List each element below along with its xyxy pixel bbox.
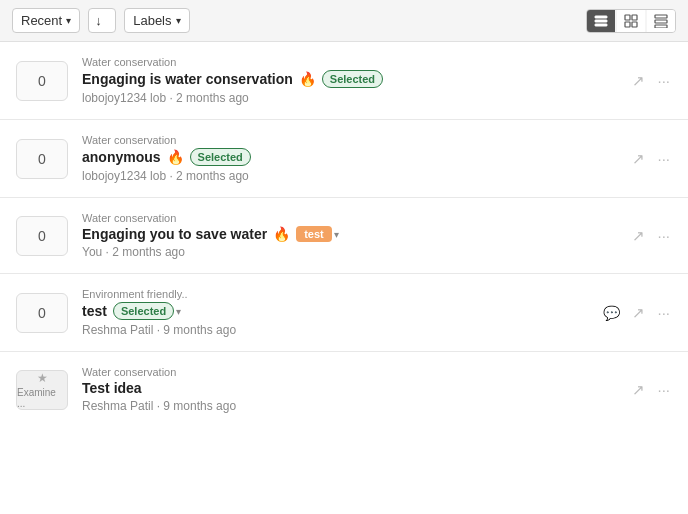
selected-badge: Selected [113,302,174,320]
item-category: Environment friendly.. [82,288,587,300]
more-icon[interactable]: ··· [655,302,672,323]
svg-rect-9 [655,25,667,28]
item-meta: Reshma Patil · 9 months ago [82,399,616,413]
item-actions: ↗ ··· [630,148,672,170]
sort-desc-icon: ↓ [95,13,102,28]
item-meta: lobojoy1234 lob · 2 months ago [82,91,616,105]
item-title: test [82,303,107,319]
fire-icon: 🔥 [167,149,184,165]
svg-rect-8 [655,20,667,23]
selected-badge: Selected [322,70,383,88]
vote-count[interactable]: 0 [16,139,68,179]
item-actions: 💬 ↗ ··· [601,302,672,324]
item-content: Water conservation Test idea Reshma Pati… [82,366,616,413]
item-content: Environment friendly.. test Selected ▾ R… [82,288,587,337]
label-dropdown: Selected ▾ [113,302,181,320]
share-icon[interactable]: ↗ [630,148,647,170]
vote-number: 0 [38,151,46,167]
item-category: Water conservation [82,56,616,68]
label-dropdown-arrow[interactable]: ▾ [176,306,181,317]
svg-rect-1 [595,20,607,22]
more-icon[interactable]: ··· [655,70,672,91]
item-content: Water conservation Engaging is water con… [82,56,616,105]
svg-rect-6 [632,22,637,27]
fire-icon: 🔥 [273,226,290,242]
item-category: Water conservation [82,212,616,224]
item-title: Engaging is water conservation [82,71,293,87]
selected-badge: Selected [190,148,251,166]
star-icon: ★ [37,371,48,385]
vote-count[interactable]: 0 [16,293,68,333]
list-item: 0 Water conservation Engaging you to sav… [0,198,688,274]
ideas-list: 0 Water conservation Engaging is water c… [0,42,688,427]
examine-label: Examine ... [17,387,67,409]
chevron-down-icon: ▾ [66,15,71,26]
item-category: Water conservation [82,134,616,146]
item-title: Engaging you to save water [82,226,267,242]
more-icon[interactable]: ··· [655,148,672,169]
item-actions: ↗ ··· [630,225,672,247]
test-label-badge: test [296,226,332,242]
item-meta: Reshma Patil · 9 months ago [82,323,587,337]
more-icon[interactable]: ··· [655,225,672,246]
svg-rect-5 [625,22,630,27]
list-item: 0 Water conservation anonymous 🔥 Selecte… [0,120,688,198]
vote-examine[interactable]: ★ Examine ... [16,370,68,410]
labels-button[interactable]: Labels ▾ [124,8,189,33]
item-actions: ↗ ··· [630,379,672,401]
recent-sort-button[interactable]: Recent ▾ [12,8,80,33]
view-toggle [586,9,676,33]
item-title: Test idea [82,380,142,396]
vote-number: 0 [38,228,46,244]
vote-count[interactable]: 0 [16,61,68,101]
list-item: 0 Environment friendly.. test Selected ▾… [0,274,688,352]
fire-icon: 🔥 [299,71,316,87]
chevron-down-icon: ▾ [176,15,181,26]
toolbar: Recent ▾ ↓ Labels ▾ [0,0,688,42]
list-item: ★ Examine ... Water conservation Test id… [0,352,688,427]
label-dropdown: test ▾ [296,226,339,242]
svg-rect-7 [655,15,667,18]
share-icon[interactable]: ↗ [630,225,647,247]
share-icon[interactable]: ↗ [630,70,647,92]
vote-count[interactable]: 0 [16,216,68,256]
labels-label: Labels [133,13,171,28]
svg-rect-0 [595,16,607,18]
recent-label: Recent [21,13,62,28]
share-icon[interactable]: ↗ [630,379,647,401]
sort-desc-button[interactable]: ↓ [88,8,116,33]
label-dropdown-arrow[interactable]: ▾ [334,229,339,240]
compact-view-button[interactable] [647,10,675,32]
vote-number: 0 [38,73,46,89]
item-category: Water conservation [82,366,616,378]
more-icon[interactable]: ··· [655,379,672,400]
item-title-row: Engaging you to save water 🔥 test ▾ [82,226,616,242]
vote-number: 0 [38,305,46,321]
item-title-row: Engaging is water conservation 🔥 Selecte… [82,70,616,88]
svg-rect-2 [595,24,607,26]
item-title-row: anonymous 🔥 Selected [82,148,616,166]
item-title-row: Test idea [82,380,616,396]
share-icon[interactable]: ↗ [630,302,647,324]
svg-rect-4 [632,15,637,20]
item-title-row: test Selected ▾ [82,302,587,320]
item-content: Water conservation anonymous 🔥 Selected … [82,134,616,183]
item-title: anonymous [82,149,161,165]
item-meta: You · 2 months ago [82,245,616,259]
item-meta: lobojoy1234 lob · 2 months ago [82,169,616,183]
grid-view-button[interactable] [617,10,645,32]
list-item: 0 Water conservation Engaging is water c… [0,42,688,120]
svg-rect-3 [625,15,630,20]
item-content: Water conservation Engaging you to save … [82,212,616,259]
item-actions: ↗ ··· [630,70,672,92]
chat-icon[interactable]: 💬 [601,303,622,323]
list-view-button[interactable] [587,10,615,32]
